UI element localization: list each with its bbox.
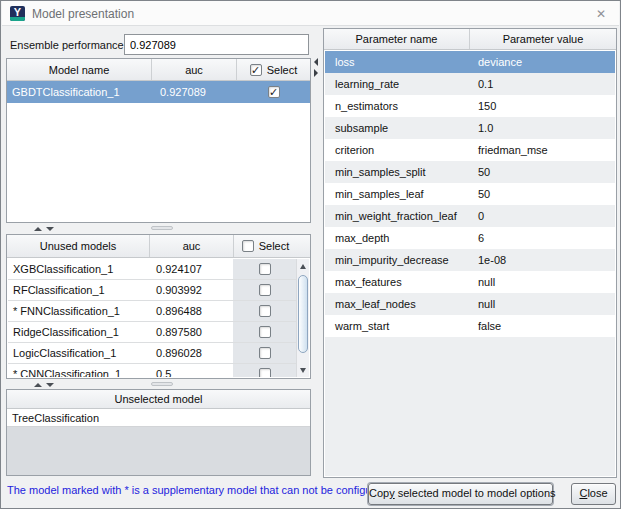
table-cell bbox=[233, 280, 296, 300]
table-cell: false bbox=[470, 315, 615, 337]
table-row[interactable]: lossdeviance bbox=[325, 51, 615, 73]
table-cell: max_depth bbox=[325, 227, 470, 249]
table-cell: friedman_mse bbox=[470, 139, 615, 161]
table-cell: RidgeClassification_1 bbox=[8, 322, 150, 342]
table-row[interactable]: n_estimators150 bbox=[325, 95, 615, 117]
splitter-collapse-left-icon[interactable] bbox=[314, 58, 318, 66]
table-cell: warm_start bbox=[325, 315, 470, 337]
table-row[interactable]: * CNNClassification_10.5 bbox=[8, 364, 296, 377]
table-row[interactable]: max_leaf_nodesnull bbox=[325, 293, 615, 315]
table-cell: 1e-08 bbox=[470, 249, 615, 271]
table-cell: 150 bbox=[470, 95, 615, 117]
table-cell: subsample bbox=[325, 117, 470, 139]
table-cell: max_leaf_nodes bbox=[325, 293, 470, 315]
table-cell: 0.903992 bbox=[150, 280, 233, 300]
column-header-select-label: Select bbox=[259, 240, 290, 252]
vertical-splitter[interactable] bbox=[313, 57, 321, 81]
table-row[interactable]: warm_startfalse bbox=[325, 315, 615, 337]
column-header-select[interactable]: ✓ Select bbox=[237, 59, 310, 80]
column-header-select[interactable]: Select bbox=[234, 235, 297, 257]
vertical-scrollbar[interactable] bbox=[296, 259, 309, 377]
table-row[interactable]: TreeClassification bbox=[7, 409, 310, 427]
table-cell: 0.924107 bbox=[150, 259, 233, 279]
column-header-auc[interactable]: auc bbox=[152, 59, 237, 80]
scrollbar-thumb[interactable] bbox=[298, 275, 308, 353]
splitter-grip[interactable] bbox=[151, 382, 173, 386]
table-row[interactable]: criterionfriedman_mse bbox=[325, 139, 615, 161]
select-all-checkbox[interactable] bbox=[242, 240, 254, 252]
table-row[interactable]: learning_rate0.1 bbox=[325, 73, 615, 95]
window-close-icon[interactable]: ✕ bbox=[593, 6, 609, 22]
table-row[interactable]: RFClassification_10.903992 bbox=[8, 280, 296, 301]
table-cell: learning_rate bbox=[325, 73, 470, 95]
table-cell bbox=[233, 322, 296, 342]
parameter-table-rows: lossdeviancelearning_rate0.1n_estimators… bbox=[325, 51, 615, 476]
unselected-model-table-header: Unselected model bbox=[7, 390, 310, 409]
app-icon: Y bbox=[10, 6, 25, 21]
splitter-collapse-down-icon[interactable] bbox=[46, 383, 54, 387]
column-header-unselected-model[interactable]: Unselected model bbox=[7, 390, 310, 408]
table-cell: 50 bbox=[470, 161, 615, 183]
table-row[interactable]: LogicClassification_10.896028 bbox=[8, 343, 296, 364]
close-button[interactable]: Close bbox=[571, 483, 616, 505]
column-header-unused-models[interactable]: Unused models bbox=[7, 235, 150, 257]
table-row[interactable]: RidgeClassification_10.897580 bbox=[8, 322, 296, 343]
column-header-model-name[interactable]: Model name bbox=[7, 59, 152, 80]
scrollbar-down-button[interactable] bbox=[297, 363, 309, 377]
table-row[interactable]: * FNNClassification_10.896488 bbox=[8, 301, 296, 322]
splitter-collapse-up-icon[interactable] bbox=[34, 383, 42, 387]
unused-models-table-header: Unused models auc Select bbox=[7, 235, 310, 258]
select-checkbox[interactable] bbox=[259, 326, 271, 338]
splitter-grip[interactable] bbox=[151, 226, 173, 230]
table-cell: 50 bbox=[470, 183, 615, 205]
app-icon-letter: Y bbox=[10, 6, 25, 18]
table-cell: min_samples_leaf bbox=[325, 183, 470, 205]
table-cell: loss bbox=[325, 51, 470, 73]
ensemble-performance-label: Ensemble performance bbox=[10, 39, 124, 51]
column-header-select-label: Select bbox=[267, 64, 298, 76]
table-cell: LogicClassification_1 bbox=[8, 343, 150, 363]
table-cell: deviance bbox=[470, 51, 615, 73]
table-row[interactable]: min_weight_fraction_leaf0 bbox=[325, 205, 615, 227]
select-checkbox[interactable]: ✓ bbox=[268, 86, 280, 98]
select-checkbox[interactable] bbox=[259, 305, 271, 317]
table-cell: min_samples_split bbox=[325, 161, 470, 183]
table-row[interactable]: min_impurity_decrease1e-08 bbox=[325, 249, 615, 271]
splitter-collapse-right-icon[interactable] bbox=[314, 69, 318, 77]
column-header-parameter-value[interactable]: Parameter value bbox=[470, 29, 616, 49]
table-cell: null bbox=[470, 271, 615, 293]
scrollbar-up-button[interactable] bbox=[297, 259, 309, 273]
column-header-auc[interactable]: auc bbox=[150, 235, 234, 257]
parameter-table-header: Parameter name Parameter value bbox=[324, 29, 616, 50]
table-cell: max_features bbox=[325, 271, 470, 293]
splitter-collapse-down-icon[interactable] bbox=[46, 227, 54, 231]
table-row[interactable]: max_featuresnull bbox=[325, 271, 615, 293]
table-cell: min_impurity_decrease bbox=[325, 249, 470, 271]
horizontal-splitter-1[interactable] bbox=[6, 223, 311, 234]
select-checkbox[interactable] bbox=[259, 368, 271, 377]
selected-models-rows: GBDTClassification_10.927089✓ bbox=[7, 81, 310, 103]
down-arrow-icon bbox=[300, 368, 306, 373]
select-checkbox[interactable] bbox=[259, 284, 271, 296]
table-row[interactable]: GBDTClassification_10.927089✓ bbox=[7, 81, 310, 103]
column-header-parameter-name[interactable]: Parameter name bbox=[324, 29, 470, 49]
table-cell: GBDTClassification_1 bbox=[7, 81, 152, 103]
table-cell: 0.896488 bbox=[150, 301, 233, 321]
table-row[interactable]: min_samples_split50 bbox=[325, 161, 615, 183]
window-title: Model presentation bbox=[32, 7, 134, 21]
table-row[interactable]: max_depth6 bbox=[325, 227, 615, 249]
parameter-table: Parameter name Parameter value lossdevia… bbox=[323, 28, 617, 478]
select-checkbox[interactable] bbox=[259, 347, 271, 359]
table-cell: min_weight_fraction_leaf bbox=[325, 205, 470, 227]
table-row[interactable]: XGBClassification_10.924107 bbox=[8, 259, 296, 280]
table-row[interactable]: subsample1.0 bbox=[325, 117, 615, 139]
select-all-checkbox[interactable]: ✓ bbox=[250, 64, 262, 76]
table-row[interactable]: min_samples_leaf50 bbox=[325, 183, 615, 205]
table-cell bbox=[233, 343, 296, 363]
select-checkbox[interactable] bbox=[259, 263, 271, 275]
splitter-collapse-up-icon[interactable] bbox=[34, 227, 42, 231]
copy-selected-model-button[interactable]: Copy selected model to model options bbox=[368, 483, 553, 505]
ensemble-performance-input[interactable] bbox=[124, 34, 309, 55]
table-cell: 0.927089 bbox=[152, 81, 237, 103]
table-cell: 0.897580 bbox=[150, 322, 233, 342]
